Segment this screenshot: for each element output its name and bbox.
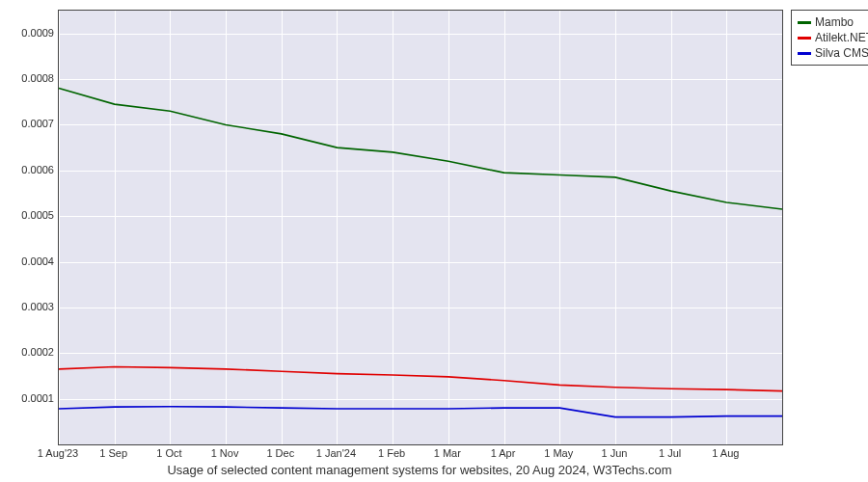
y-tick-label: 0.0007 (6, 118, 54, 129)
x-tick-label: 1 May (544, 447, 573, 459)
x-tick-label: 1 Aug (712, 447, 739, 459)
legend-label: Silva CMS (815, 45, 868, 61)
y-tick-label: 0.0002 (6, 346, 54, 358)
x-tick-label: 1 Oct (156, 447, 181, 459)
y-tick-label: 0.0006 (6, 164, 54, 175)
legend-swatch (798, 52, 811, 55)
x-tick-label: 1 Dec (266, 447, 294, 459)
series-line (59, 366, 782, 390)
x-tick-label: 1 Jul (659, 447, 681, 459)
x-tick-label: 1 Aug'23 (38, 447, 78, 459)
legend-item: Mambo (798, 14, 868, 30)
legend-label: Mambo (815, 14, 854, 30)
x-tick-label: 1 Apr (491, 447, 516, 459)
legend-swatch (798, 21, 811, 24)
legend-swatch (798, 37, 811, 40)
y-tick-label: 0.0005 (6, 209, 54, 221)
y-tick-label: 0.0003 (6, 301, 54, 312)
legend-label: Atilekt.NET (815, 30, 868, 45)
series-line (59, 89, 782, 210)
legend: MamboAtilekt.NETSilva CMS (791, 10, 868, 66)
x-tick-label: 1 Mar (434, 447, 461, 459)
chart-caption: Usage of selected content management sys… (58, 463, 781, 477)
x-tick-label: 1 Nov (211, 447, 239, 459)
y-tick-label: 0.0008 (6, 72, 54, 84)
legend-item: Silva CMS (798, 45, 868, 61)
y-tick-label: 0.0009 (6, 27, 54, 39)
y-tick-label: 0.0004 (6, 255, 54, 267)
series-line (59, 407, 782, 417)
line-series-layer (59, 11, 782, 444)
x-tick-label: 1 Jun (601, 447, 627, 459)
chart-container: 0.00010.00020.00030.00040.00050.00060.00… (0, 0, 868, 482)
x-tick-label: 1 Jan'24 (316, 447, 356, 459)
x-tick-label: 1 Sep (99, 447, 127, 459)
plot-area (58, 10, 783, 445)
legend-item: Atilekt.NET (798, 30, 868, 45)
x-tick-label: 1 Feb (378, 447, 405, 459)
y-tick-label: 0.0001 (6, 392, 54, 404)
